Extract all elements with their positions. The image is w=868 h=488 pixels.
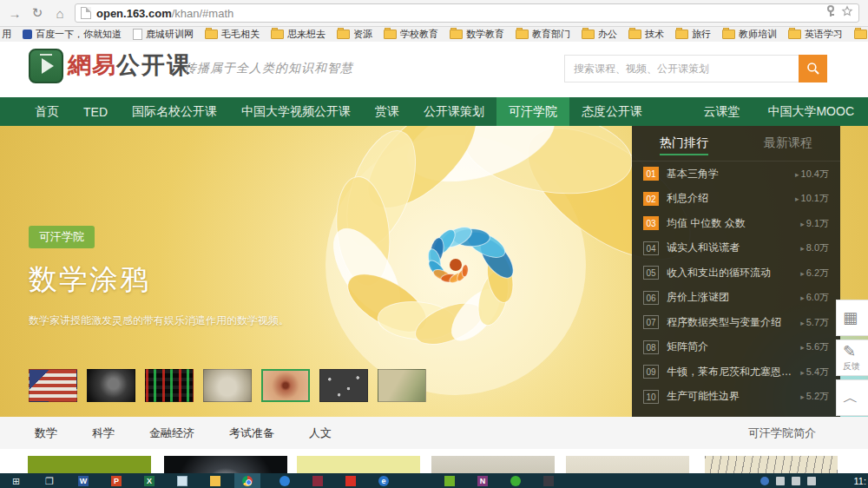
bookmark-label: 技术 [645,28,664,41]
tab-latest-courses[interactable]: 最新课程 [736,126,840,161]
site-tagline: 传播属于全人类的知识和智慧 [184,61,353,76]
file-explorer-icon[interactable] [177,476,187,486]
nav-item-cloud-class[interactable]: 云课堂 [689,97,753,126]
nav-item-home[interactable]: 首页 [23,97,71,126]
home-icon[interactable]: ⌂ [52,6,68,21]
powerpoint-icon[interactable]: P [111,476,122,486]
nav-item-planning[interactable]: 公开课策划 [411,97,496,126]
bookmark-item[interactable]: 百度一下，你就知道 [23,28,122,41]
qq-icon[interactable] [279,476,290,486]
ranking-row[interactable]: 10 生产可能性边界 ▸5.2万 [632,385,840,410]
search-input[interactable] [564,55,799,82]
views-arrow-icon: ▸ [800,269,805,278]
course-card-partial[interactable] [431,456,555,473]
bookmark-folder[interactable]: 英语学习 [788,28,843,41]
bookmark-folder[interactable]: 数学教育 [450,28,504,41]
thumbnail-astronaut[interactable] [87,369,135,402]
thumbnail-numbers[interactable] [319,369,368,402]
nav-item-shangke[interactable]: 赏课 [363,97,411,126]
bookmark-folder[interactable]: 教师培训 [722,28,777,41]
course-card-partial[interactable] [705,456,838,473]
reload-icon[interactable]: ↻ [30,5,45,21]
hero-badge[interactable]: 可汗学院 [29,226,95,248]
nav-item-attitude[interactable]: 态度公开课 [569,97,654,126]
bookmark-folder[interactable]: 毛毛相关 [205,28,260,41]
thumbnail-stockboard[interactable] [145,369,194,402]
ranking-row[interactable]: 01 基本三角学 ▸10.4万 [632,162,840,187]
ranking-row[interactable]: 03 均值 中位数 众数 ▸9.1万 [632,211,840,236]
ranking-row[interactable]: 09 牛顿，莱布尼茨和尤塞恩… ▸5.4万 [632,359,840,385]
nav-item-mooc[interactable]: 中国大学MOOC [753,97,868,126]
category-science[interactable]: 科学 [92,425,115,441]
hero-banner[interactable]: 可汗学院 数学涂鸦 数学家讲授能激发灵感的带有娱乐消遣作用的数学视频。 热门排行… [0,126,868,417]
bookmark-folder[interactable]: 旅行 [675,28,711,41]
ranking-row[interactable]: 05 收入和支出的循环流动 ▸6.2万 [632,260,840,286]
course-card-partial[interactable] [566,456,689,473]
pen-app-icon[interactable] [543,476,554,486]
ranking-row[interactable]: 07 程序数据类型与变量介绍 ▸5.7万 [632,310,840,335]
thumbnail-spiral-doodle-active[interactable] [261,369,310,402]
bookmark-folder[interactable]: 技术 [628,28,664,41]
key-icon[interactable] [825,5,836,21]
category-humanities[interactable]: 人文 [309,425,332,441]
evernote-icon[interactable] [444,476,455,486]
khan-intro-link[interactable]: 可汗学院简介 [748,425,816,441]
hero-title: 数学涂鸦 [29,260,289,300]
app-icon-darkred[interactable] [312,476,323,486]
category-math[interactable]: 数学 [35,425,57,441]
task-view-icon[interactable]: ❐ [45,476,56,486]
forward-icon[interactable]: → [7,6,23,21]
folder-icon[interactable] [210,476,220,486]
thumbnail-hands[interactable] [378,369,426,402]
category-test-prep[interactable]: 考试准备 [229,425,274,441]
tray-volume-icon[interactable] [792,477,800,485]
app-icon-red[interactable] [345,476,356,486]
course-card-partial[interactable] [297,456,420,473]
feedback-button[interactable]: ✎反馈 [836,340,868,376]
site-brand[interactable]: 網易公开课 [68,49,192,81]
bookmark-folder[interactable]: 教育部门 [516,28,570,41]
bookmark-item[interactable]: 用 [2,28,11,41]
qr-code-button[interactable]: ▦ [836,300,868,336]
chrome-icon[interactable] [242,476,253,486]
bookmark-folder[interactable]: 已导入 [854,28,868,41]
browser-toolbar: → ↻ ⌂ open.163.com/khan/#math [0,0,868,27]
tray-input-icon[interactable] [776,477,785,485]
excel-icon[interactable]: X [144,476,155,486]
category-finance[interactable]: 金融经济 [149,425,194,441]
ranking-row[interactable]: 02 利息介绍 ▸10.1万 [632,187,840,212]
thumbnail-machine[interactable] [203,369,252,402]
thumbnail-flag[interactable] [29,369,77,402]
nav-item-khan[interactable]: 可汗学院 [496,97,569,126]
netease-logo-icon[interactable] [29,49,63,83]
address-bar[interactable]: open.163.com/khan/#math [75,3,859,23]
bookmark-folder[interactable]: 学校教育 [384,28,438,41]
views-arrow-icon: ▸ [795,170,799,179]
bookmark-item[interactable]: 鹿城研训网 [133,28,194,41]
rank-badge: 06 [643,291,659,305]
bookmark-folder[interactable]: 办公 [582,28,617,41]
wechat-icon[interactable] [510,476,521,486]
taskbar-clock[interactable]: 11: [854,476,866,486]
tray-app-icon[interactable] [760,477,769,485]
ranking-row[interactable]: 04 诚实人和说谎者 ▸8.0万 [632,236,840,261]
ranking-row[interactable]: 08 矩阵简介 ▸5.6万 [632,335,840,360]
nav-item-china-univ[interactable]: 中国大学视频公开课 [229,97,363,126]
bookmark-star-icon[interactable] [841,5,853,21]
word-icon[interactable]: W [78,476,89,486]
back-to-top-button[interactable]: ︿ [836,379,868,416]
ie-icon[interactable]: e [378,476,389,486]
start-button[interactable]: ⊞ [12,476,23,486]
tray-battery-icon[interactable] [807,477,816,485]
nav-item-ted[interactable]: TED [71,97,120,126]
search-button[interactable] [799,55,827,82]
ranking-row[interactable]: 06 房价上涨谜团 ▸6.0万 [632,286,840,311]
tab-hot-ranking[interactable]: 热门排行 [632,126,736,161]
bookmark-folder[interactable]: 资源 [337,28,372,41]
search-icon [806,62,820,76]
course-card-partial[interactable] [28,456,151,473]
onenote-icon[interactable]: N [477,476,488,486]
nav-item-intl-schools[interactable]: 国际名校公开课 [120,97,229,126]
bookmark-folder[interactable]: 思来想去 [271,28,326,41]
course-card-partial[interactable] [164,456,287,473]
